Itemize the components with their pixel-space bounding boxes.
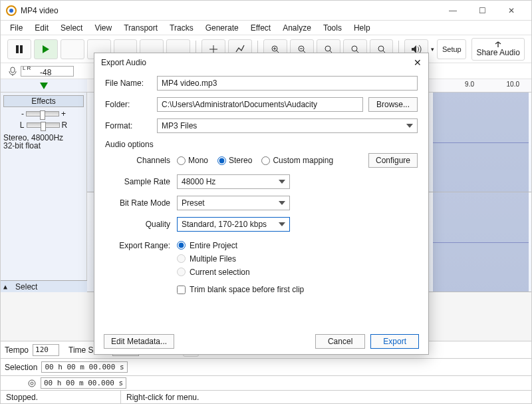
menu-select[interactable]: Select [55,22,88,34]
svg-rect-9 [11,67,15,73]
folder-label: Folder: [105,100,157,109]
ruler-corner [1,79,87,93]
browse-button[interactable]: Browse... [368,97,418,112]
configure-button[interactable]: Configure [368,153,418,168]
meter-channels: L R [23,66,31,71]
svg-point-6 [325,46,331,51]
channels-custom[interactable]: Custom mapping [261,156,333,165]
ruler-mark: 9.0 [465,81,474,88]
selection-label: Selection [5,363,37,372]
close-button[interactable]: ✕ [497,1,526,21]
menu-file[interactable]: File [5,22,28,34]
minimize-button[interactable]: — [438,1,467,21]
export-audio-dialog: Export Audio ✕ File Name: Folder: Browse… [94,53,429,355]
folder-input[interactable] [157,97,363,112]
export-button[interactable]: Export [370,334,419,349]
selection-row: Selection 00 h 00 m 00.000 s [1,358,531,375]
dialog-title: Export Audio [101,58,146,67]
menu-generate[interactable]: Generate [200,22,244,34]
dialog-titlebar: Export Audio ✕ [94,53,428,72]
menu-help[interactable]: Help [348,22,376,34]
svg-rect-2 [16,45,19,53]
quality-label: Quality [105,220,177,229]
status-right: Right-click for menu. [121,393,204,402]
tempo-input[interactable] [33,344,59,356]
selection-row2: 00 h 00 m 00.000 s [1,375,531,390]
effects-header[interactable]: Effects [3,95,84,107]
file-name-input[interactable] [157,76,418,91]
share-audio-button[interactable]: Share Audio [471,38,525,61]
menu-edit[interactable]: Edit [29,22,54,34]
export-range-label: Export Range: [105,241,177,250]
file-name-label: File Name: [105,79,157,88]
share-icon [493,41,503,48]
menu-analyze[interactable]: Analyze [277,22,317,34]
audio-setup-button[interactable]: Setup [437,39,466,59]
channels-label: Channels [105,156,177,165]
edit-metadata-button[interactable]: Edit Metadata... [104,334,174,349]
track-panel[interactable]: Effects -+ LR Stereo, 48000Hz32-bit floa… [1,93,87,292]
menubar: File Edit Select View Transport Tracks G… [1,21,531,35]
bit-rate-mode-label: Bit Rate Mode [105,198,177,208]
track-info: Stereo, 48000Hz32-bit float [3,134,84,150]
svg-point-10 [29,380,35,387]
tempo-label: Tempo [5,345,29,355]
range-current-selection[interactable]: Current selection [177,268,250,277]
menu-view[interactable]: View [89,22,117,34]
play-head-icon[interactable] [40,83,48,89]
ruler-mark: 10.0 [507,81,519,88]
menu-effect[interactable]: Effect [245,22,276,34]
channels-stereo[interactable]: Stereo [217,156,252,165]
gear-icon[interactable] [27,379,37,388]
svg-point-7 [352,46,357,51]
sample-rate-select[interactable]: 48000 Hz [177,174,290,189]
pause-button[interactable] [7,39,31,59]
menu-tools[interactable]: Tools [318,22,347,34]
share-label: Share Audio [476,48,519,57]
svg-point-11 [31,382,33,385]
bit-rate-mode-select[interactable]: Preset [177,196,290,210]
stop-button[interactable] [61,39,84,59]
maximize-button[interactable]: ☐ [467,1,497,21]
cancel-button[interactable]: Cancel [315,334,365,349]
sample-rate-label: Sample Rate [105,177,177,186]
record-meter[interactable]: L R -48 [21,66,74,77]
selection-start[interactable]: 00 h 00 m 00.000 s [41,361,127,373]
audio-options-header: Audio options [105,140,418,149]
meter-db: -48 [40,68,51,77]
track-select-button[interactable]: ▲ Select [1,280,87,292]
range-entire[interactable]: Entire Project [177,241,250,250]
menu-tracks[interactable]: Tracks [164,22,199,34]
play-button[interactable] [34,39,58,59]
wave-clip[interactable] [433,93,529,192]
svg-rect-3 [20,45,23,53]
selection-end[interactable]: 00 h 00 m 00.000 s [41,377,126,389]
menu-transport[interactable]: Transport [118,22,163,34]
svg-point-8 [378,46,384,51]
status-left: Stopped. [1,393,120,402]
app-logo-icon [6,5,17,16]
wave-clip[interactable] [433,192,529,292]
quality-select[interactable]: Standard, 170-210 kbps [177,217,290,232]
statusbar: Stopped. Right-click for menu. [1,390,531,403]
format-label: Format: [105,121,157,130]
trim-blank-checkbox[interactable]: Trim blank space before first clip [177,285,418,294]
dialog-close-icon[interactable]: ✕ [414,57,422,68]
mic-icon [7,67,18,76]
format-select[interactable]: MP3 Files [157,118,418,133]
pan-slider[interactable]: LR [3,120,84,130]
window-title: MP4 video [21,6,438,15]
svg-point-1 [9,9,13,13]
range-multiple[interactable]: Multiple Files [177,254,250,264]
channels-mono[interactable]: Mono [177,156,208,165]
titlebar: MP4 video — ☐ ✕ [1,1,531,21]
gain-slider[interactable]: -+ [3,109,84,118]
volume-dropdown-icon[interactable]: ▾ [431,46,434,53]
